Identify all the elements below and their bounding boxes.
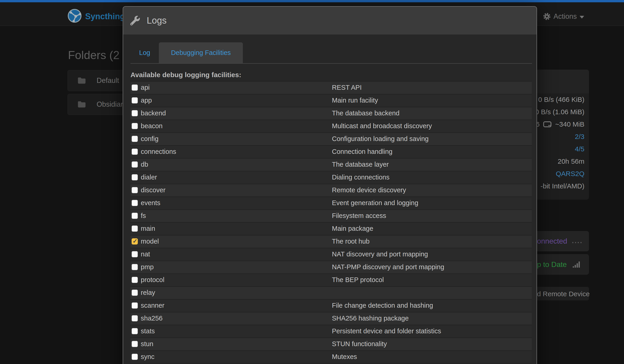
facility-name[interactable]: nat: [141, 250, 150, 258]
table-row: api REST API: [130, 81, 532, 94]
folder-icon: [77, 101, 86, 108]
facility-name[interactable]: db: [141, 161, 148, 168]
table-row: events Event generation and logging: [130, 196, 532, 209]
stat-value[interactable]: 4/5: [575, 145, 584, 153]
facility-checkbox[interactable]: [132, 302, 138, 309]
facility-name[interactable]: sha256: [141, 314, 162, 322]
gear-icon: [543, 13, 551, 20]
wrench-icon: [130, 16, 140, 26]
facility-description: Main package: [332, 225, 373, 232]
actions-menu[interactable]: Actions: [543, 12, 584, 21]
table-row: beacon Multicast and broadcast discovery: [130, 120, 532, 132]
folder-icon: [77, 77, 86, 84]
facility-name[interactable]: pmp: [141, 263, 154, 271]
table-row: sync Mutexes: [130, 350, 532, 363]
table-row: app Main run facility: [130, 94, 532, 107]
facility-checkbox[interactable]: [132, 238, 138, 244]
facility-description: The root hub: [332, 238, 369, 245]
table-row-partial: [130, 363, 532, 364]
facility-name[interactable]: scanner: [141, 302, 164, 309]
facility-name[interactable]: discover: [141, 186, 165, 194]
device-status-text: onnected: [537, 237, 567, 245]
facility-name[interactable]: stun: [141, 340, 153, 348]
facility-description: Persistent device and folder statistics: [332, 327, 441, 335]
facility-checkbox[interactable]: [132, 149, 138, 155]
tab-debugging-facilities[interactable]: Debugging Facilities: [159, 42, 243, 63]
facility-checkbox[interactable]: [132, 213, 138, 219]
table-row: protocol The BEP protocol: [130, 273, 532, 286]
brand-title: Syncthing: [85, 12, 125, 21]
facility-checkbox[interactable]: [132, 123, 138, 129]
stat-value[interactable]: 0 B/s (1.06 MiB): [535, 108, 584, 116]
facility-checkbox[interactable]: [132, 328, 138, 334]
facility-name[interactable]: protocol: [141, 276, 164, 284]
table-row: backend The database backend: [130, 107, 532, 120]
facility-name[interactable]: dialer: [141, 174, 157, 181]
table-row: connections Connection handling: [130, 145, 532, 158]
facility-checkbox[interactable]: [132, 174, 138, 181]
facility-description: REST API: [332, 84, 362, 91]
facility-name[interactable]: main: [141, 225, 155, 232]
facility-checkbox[interactable]: [132, 161, 138, 168]
facility-checkbox[interactable]: [132, 97, 138, 104]
facility-checkbox[interactable]: [132, 200, 138, 206]
facility-name[interactable]: connections: [141, 148, 176, 156]
stat-value[interactable]: ~340 MiB: [555, 120, 584, 128]
facility-description: STUN functionality: [332, 340, 387, 348]
facilities-label: Available debug logging facilities:: [130, 71, 532, 79]
table-row: stats Persistent device and folder stati…: [130, 325, 532, 338]
facility-description: File change detection and hashing: [332, 302, 433, 309]
facility-name[interactable]: events: [141, 199, 160, 207]
facility-description: NAT discovery and port mapping: [332, 250, 428, 258]
stat-value[interactable]: -bit Intel/AMD): [541, 182, 584, 190]
folder-label: Obsidian: [97, 100, 125, 108]
modal-title: Logs: [147, 15, 167, 26]
stat-value[interactable]: 20h 56m: [558, 157, 584, 165]
facility-name[interactable]: model: [141, 238, 159, 245]
facility-name[interactable]: api: [141, 84, 150, 91]
facility-checkbox[interactable]: [132, 84, 138, 91]
table-row: nat NAT discovery and port mapping: [130, 248, 532, 260]
facility-description: Dialing connections: [332, 174, 389, 181]
tab-log[interactable]: Log: [130, 42, 159, 63]
facility-description: The database layer: [332, 161, 389, 168]
logs-modal: Logs Log Debugging Facilities Available …: [123, 6, 537, 364]
facility-checkbox[interactable]: [132, 290, 138, 296]
facility-checkbox[interactable]: [132, 315, 138, 321]
facility-name[interactable]: stats: [141, 327, 155, 335]
table-row: config Configuration loading and saving: [130, 132, 532, 145]
facility-description: The BEP protocol: [332, 276, 384, 284]
syncthing-logo-icon: [68, 9, 82, 23]
facility-name[interactable]: backend: [141, 109, 166, 117]
facility-description: Filesystem access: [332, 212, 386, 220]
facility-name[interactable]: sync: [141, 353, 155, 361]
facility-checkbox[interactable]: [132, 251, 138, 257]
facility-checkbox[interactable]: [132, 264, 138, 270]
chevron-down-icon: [580, 16, 584, 19]
facility-name[interactable]: fs: [141, 212, 146, 220]
stat-value[interactable]: QARS2Q: [556, 170, 584, 178]
facility-checkbox[interactable]: [132, 341, 138, 347]
facility-checkbox[interactable]: [132, 226, 138, 232]
facility-name[interactable]: beacon: [141, 122, 162, 130]
stat-value[interactable]: 2/3: [575, 133, 584, 141]
stat-value[interactable]: 0 B/s (466 KiB): [538, 96, 584, 104]
facility-checkbox[interactable]: [132, 110, 138, 116]
facility-name[interactable]: config: [141, 135, 158, 143]
table-row: dialer Dialing connections: [130, 171, 532, 183]
facility-checkbox[interactable]: [132, 136, 138, 142]
signal-bars-icon: [573, 261, 581, 268]
facility-checkbox[interactable]: [132, 277, 138, 283]
facility-description: Configuration loading and saving: [332, 135, 429, 143]
facility-checkbox[interactable]: [132, 354, 138, 360]
folders-heading: Folders (2: [68, 49, 120, 62]
facility-name[interactable]: relay: [141, 289, 155, 296]
folder-label: Default: [97, 77, 119, 85]
table-row: sha256 SHA256 hashing package: [130, 312, 532, 325]
facility-description: Event generation and logging: [332, 199, 418, 207]
table-row: stun STUN functionality: [130, 338, 532, 350]
facility-name[interactable]: app: [141, 97, 152, 104]
actions-label: Actions: [553, 12, 577, 21]
facility-checkbox[interactable]: [132, 187, 138, 193]
facility-description: Multicast and broadcast discovery: [332, 122, 432, 130]
